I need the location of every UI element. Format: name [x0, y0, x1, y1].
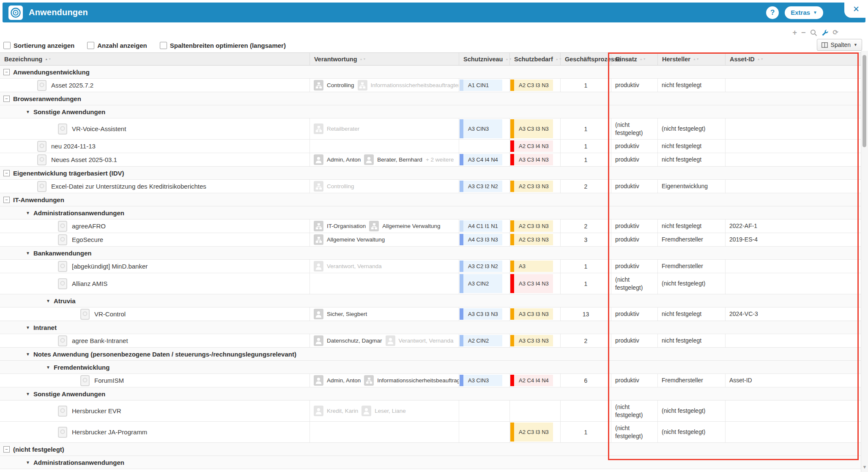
group-row[interactable]: ▼Notes Anwendung (personenbezogene Daten…	[0, 348, 861, 361]
app-name: agreeAFRO	[72, 222, 106, 230]
asset-id-cell	[725, 180, 861, 193]
schutzniveau-value: A1 CIN1	[463, 80, 502, 91]
group-row[interactable]: ▼Fremdentwicklung	[0, 361, 861, 374]
einsatz-cell: produktiv	[611, 260, 657, 273]
app-name: Neues Asset 2025-03.1	[51, 156, 117, 163]
collapse-caret-icon[interactable]: ▼	[46, 365, 50, 370]
close-icon[interactable]: ✕	[853, 4, 860, 14]
group-row[interactable]: −Browseranwendungen	[0, 92, 861, 105]
collapse-caret-icon[interactable]: ▼	[26, 352, 30, 357]
verantwortung-cell	[309, 422, 459, 442]
collapse-caret-icon[interactable]: ▼	[26, 325, 30, 330]
columns-button[interactable]: Spalten ▼	[817, 39, 862, 51]
collapse-minus-icon[interactable]: −	[3, 69, 10, 75]
extras-button[interactable]: Extras ▼	[785, 6, 823, 19]
table-row[interactable]: Neues Asset 2025-03.1Admin, AntonBerater…	[0, 153, 861, 167]
column-header-3[interactable]: Schutzbedarf▲▼	[509, 53, 560, 65]
column-header-1[interactable]: Verantwortung▲▼	[309, 53, 459, 65]
zoom-in-icon[interactable]: +	[793, 29, 797, 36]
scroll-down-icon[interactable]: ▼	[861, 464, 868, 469]
group-row[interactable]: ▼Bankanwendungen	[0, 247, 861, 260]
checkbox-box-icon[interactable]	[3, 42, 11, 49]
table-row[interactable]: ForumISMAdmin, AntonInformationssicherhe…	[0, 374, 861, 387]
einsatz-cell: produktiv	[611, 180, 657, 193]
einsatz-cell: produktiv	[611, 153, 657, 166]
checkbox-box-icon[interactable]	[87, 42, 94, 49]
table-row[interactable]: [abgekündigt] MinD.bankerVerantwort, Ver…	[0, 260, 861, 273]
checkbox-2[interactable]: Spaltenbreiten optimieren (langsamer)	[160, 42, 286, 49]
group-row[interactable]: −(nicht festgelegt)	[0, 443, 861, 456]
level-color-strip	[460, 80, 463, 91]
bezeichnung-cell: Hersbrucker EVR	[0, 401, 309, 421]
table-row[interactable]: Allianz AMISA3 CIN2A3 C3 I4 N31(nicht fe…	[0, 273, 861, 294]
table-row[interactable]: VR-Voice-AssistentRetailberaterA3 CIN3A3…	[0, 118, 861, 140]
collapse-caret-icon[interactable]: ▼	[26, 460, 30, 465]
group-row[interactable]: ▼Sonstige Anwendungen	[0, 105, 861, 118]
table-row[interactable]: agree Bank-IntranetDatenschutz, DagmarVe…	[0, 334, 861, 348]
column-header-6[interactable]: Hersteller▲▼	[657, 53, 725, 65]
schutzniveau-cell: A3 CIN2	[459, 273, 509, 294]
refresh-icon[interactable]: ⟳	[833, 29, 838, 36]
help-button[interactable]: ?	[766, 6, 779, 19]
search-icon[interactable]	[810, 29, 817, 36]
level-color-strip	[510, 80, 514, 91]
table-row[interactable]: Hersbrucker EVRKredit, KarinLeser, Liane…	[0, 401, 861, 422]
collapse-caret-icon[interactable]: ▼	[26, 110, 30, 114]
checkbox-box-icon[interactable]	[160, 42, 167, 49]
scrollbar-thumb[interactable]	[863, 55, 866, 147]
group-label: Sonstige Anwendungen	[33, 108, 105, 115]
vertical-scrollbar[interactable]: ▼	[861, 51, 868, 472]
person-icon	[314, 154, 323, 165]
zoom-out-icon[interactable]: −	[801, 29, 806, 36]
table-row[interactable]: VR-ControlSicher, SiegbertA3 C3 I3 N3A3 …	[0, 307, 861, 321]
einsatz-value: produktiv	[615, 236, 639, 244]
table-row[interactable]: agreeAFROIT-OrganisationAllgemeine Verwa…	[0, 220, 861, 233]
group-label: Bankanwendungen	[33, 250, 92, 257]
schutzbedarf-value: A2 C4 I4 N4	[514, 375, 553, 386]
table-row[interactable]: neu 2024-11-13A2 C3 I4 N31produktivnicht…	[0, 140, 861, 153]
level-color-strip	[460, 308, 463, 320]
einsatz-value: produktiv	[615, 376, 639, 384]
collapse-minus-icon[interactable]: −	[3, 197, 10, 203]
hersteller-value: (nicht festgelegt)	[662, 125, 706, 133]
group-row[interactable]: −IT-Anwendungen	[0, 193, 861, 206]
table-row[interactable]: Asset 2025.7.2ControllingInformationssic…	[0, 79, 861, 92]
level-color-strip	[460, 234, 463, 245]
bezeichnung-cell: Neues Asset 2025-03.1	[0, 153, 309, 166]
schutzbedarf-chip: A2 C3 I4 N3	[510, 140, 553, 152]
group-row[interactable]: ▼Administrationsanwendungen	[0, 456, 861, 469]
column-header-5[interactable]: Einsatz▲▼	[611, 53, 657, 65]
hersteller-value: (nicht festgelegt)	[662, 280, 706, 288]
collapse-caret-icon[interactable]: ▼	[26, 251, 30, 255]
group-row[interactable]: −Anwendungsentwicklung	[0, 66, 861, 79]
collapse-minus-icon[interactable]: −	[3, 96, 10, 102]
checkbox-0[interactable]: Sortierung anzeigen	[3, 42, 74, 49]
sort-desc-icon: ▼	[643, 58, 646, 60]
app-name: Hersbrucker JA-Programm	[72, 428, 147, 436]
level-color-strip	[510, 181, 514, 192]
group-row[interactable]: ▼Intranet	[0, 321, 861, 334]
collapse-minus-icon[interactable]: −	[3, 446, 10, 453]
einsatz-value: produktiv	[615, 182, 639, 190]
checkbox-1[interactable]: Anzahl anzeigen	[87, 42, 147, 49]
collapse-caret-icon[interactable]: ▼	[26, 392, 30, 396]
column-header-0[interactable]: Bezeichnung▲▼	[0, 53, 309, 65]
table-row[interactable]: Hersbrucker JA-ProgrammA2 C3 I3 N31(nich…	[0, 422, 861, 443]
table-row[interactable]: Excel-Datei zur Unterstützung des Kredit…	[0, 180, 861, 193]
collapse-caret-icon[interactable]: ▼	[46, 299, 50, 303]
hersteller-value: (nicht festgelegt)	[662, 407, 706, 415]
group-row[interactable]: ▼Sonstige Anwendungen	[0, 387, 861, 401]
group-row[interactable]: ▼Atruvia	[0, 294, 861, 307]
group-row[interactable]: ▼Administrationsanwendungen	[0, 206, 861, 220]
table-row[interactable]: EgoSecureAllgemeine VerwaltungA4 C3 I3 N…	[0, 233, 861, 247]
collapse-minus-icon[interactable]: −	[3, 170, 10, 176]
column-header-7[interactable]: Asset-ID▲▼	[725, 53, 861, 65]
person-icon	[361, 406, 371, 416]
collapse-caret-icon[interactable]: ▼	[26, 211, 30, 215]
group-row[interactable]: −Eigenentwicklung trägerbasiert (IDV)	[0, 167, 861, 180]
responsible-name: Datenschutz, Dagmar	[327, 338, 382, 344]
column-header-2[interactable]: Schutzniveau▲▼	[459, 53, 509, 65]
wrench-icon[interactable]	[821, 29, 829, 36]
column-header-4[interactable]: Geschäftsprozesse▲▼	[560, 53, 611, 65]
geschaeftsprozesse-cell: 13	[560, 307, 611, 321]
